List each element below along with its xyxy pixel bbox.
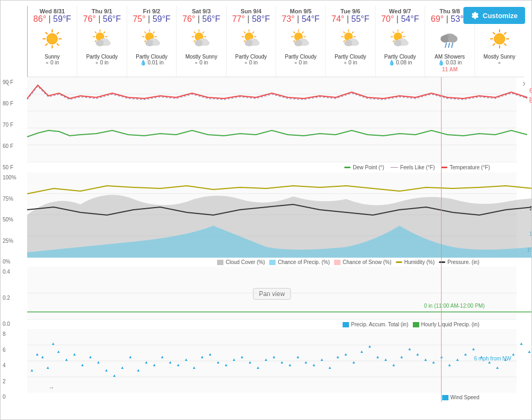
- svg-text:▲: ▲: [160, 355, 164, 359]
- svg-text:▲: ▲: [423, 357, 428, 362]
- forecast-day-1[interactable]: Thu 9/1 76° | 56°F Partly Cloudy ● 0 in: [77, 6, 126, 77]
- customize-button[interactable]: Customize: [463, 7, 525, 24]
- svg-text:▲: ▲: [312, 363, 316, 367]
- svg-text:▲: ▲: [256, 365, 260, 370]
- customize-label: Customize: [483, 12, 518, 20]
- svg-line-77: [352, 32, 353, 33]
- forecast-header: Wed 8/31 86° | 59°F Sunny ● 0 in Thu 9/1…: [27, 1, 524, 77]
- svg-text:▲: ▲: [40, 355, 45, 359]
- svg-line-41: [203, 32, 204, 33]
- svg-line-37: [194, 40, 195, 42]
- svg-text:▲: ▲: [72, 352, 77, 357]
- svg-line-4: [46, 44, 47, 45]
- svg-text:▲: ▲: [447, 363, 452, 367]
- forecast-day-7[interactable]: Wed 9/7 70° | 54°F Partly Cloudy 💧 0.08 …: [375, 6, 425, 77]
- svg-text:▲: ▲: [288, 363, 292, 367]
- svg-line-98: [452, 43, 453, 47]
- weather-chart-svg: [27, 172, 517, 257]
- svg-text:▲: ▲: [46, 365, 50, 370]
- svg-text:▲: ▲: [431, 360, 436, 365]
- svg-point-68: [302, 40, 309, 46]
- svg-point-44: [202, 40, 210, 46]
- svg-text:▲: ▲: [248, 360, 252, 365]
- svg-point-67: [294, 40, 303, 46]
- svg-point-99: [494, 34, 505, 44]
- forecast-day-4[interactable]: Sun 9/4 77° | 58°F Partly Cloudy ● 0 in: [226, 6, 276, 77]
- forecast-day-5[interactable]: Mon 9/5 73° | 54°F Partly Cloudy ● 0 in: [276, 6, 325, 77]
- svg-point-43: [195, 40, 203, 46]
- svg-text:▲: ▲: [455, 357, 460, 362]
- svg-point-95: [448, 35, 458, 43]
- precip-chart-svg: [27, 267, 517, 319]
- svg-text:▲: ▲: [376, 355, 380, 359]
- svg-text:▲: ▲: [463, 352, 468, 357]
- svg-point-31: [145, 40, 154, 46]
- svg-text:▲: ▲: [128, 355, 132, 359]
- svg-text:▲: ▲: [56, 349, 61, 354]
- svg-point-79: [344, 40, 353, 46]
- svg-line-97: [448, 43, 450, 47]
- svg-line-13: [95, 40, 96, 42]
- svg-text:▲: ▲: [216, 360, 220, 365]
- next-arrow[interactable]: ›: [519, 75, 529, 91]
- wind-chart-svg: ▲ ▲ ▲ ▲ ▲ ▲ ▲ ▲ ▲ ▲ ▲ ▲ ▲ ▲ ▲ ▲ ▲: [27, 329, 517, 393]
- svg-point-91: [394, 40, 402, 46]
- svg-text:▲: ▲: [80, 363, 85, 367]
- forecast-day-0[interactable]: Wed 8/31 86° | 59°F Sunny ● 0 in: [27, 6, 77, 77]
- svg-text:▲: ▲: [136, 368, 140, 373]
- precip-legend: Precip. Accum. Total (in) Hourly Liquid …: [27, 320, 479, 329]
- svg-line-87: [393, 32, 394, 33]
- svg-text:▲: ▲: [272, 355, 276, 359]
- svg-text:▲: ▲: [471, 347, 476, 351]
- svg-line-73: [343, 40, 344, 42]
- weather-legend: Cloud Cover (%) Chance of Precip. (%) Ch…: [27, 258, 479, 267]
- svg-text:▲: ▲: [368, 344, 372, 349]
- svg-text:▲: ▲: [439, 355, 444, 359]
- svg-text:▲: ▲: [304, 360, 308, 365]
- svg-text:▲: ▲: [415, 352, 420, 357]
- svg-line-65: [302, 32, 303, 33]
- temp-chart: 63 °F 63 °F 51 °: [27, 77, 517, 162]
- svg-text:▲: ▲: [527, 349, 531, 354]
- svg-line-8: [57, 32, 59, 34]
- svg-text:▲: ▲: [144, 360, 148, 365]
- forecast-day-6[interactable]: Tue 9/6 74° | 55°F Partly Cloudy ● 0 in: [325, 6, 375, 77]
- svg-point-56: [252, 40, 260, 46]
- svg-line-29: [153, 32, 154, 33]
- svg-line-85: [393, 40, 394, 42]
- svg-line-107: [504, 32, 506, 34]
- temp-y-labels: 90 F80 F70 F60 F50 F: [3, 77, 13, 172]
- svg-point-20: [103, 40, 111, 46]
- svg-line-101: [504, 44, 506, 45]
- svg-text:▲: ▲: [104, 368, 109, 373]
- svg-text:▲: ▲: [296, 355, 300, 359]
- svg-text:▲: ▲: [112, 373, 117, 378]
- svg-text:▲: ▲: [392, 363, 396, 367]
- svg-text:▲: ▲: [96, 360, 101, 365]
- svg-text:▲: ▲: [408, 347, 412, 351]
- svg-line-63: [294, 32, 295, 33]
- svg-line-15: [95, 32, 96, 33]
- wind-chart: ▲ ▲ ▲ ▲ ▲ ▲ ▲ ▲ ▲ ▲ ▲ ▲ ▲ ▲ ▲ ▲ ▲: [27, 329, 517, 393]
- svg-text:▲: ▲: [336, 355, 340, 359]
- svg-line-105: [493, 32, 495, 34]
- prev-arrow[interactable]: ‹: [3, 75, 13, 91]
- svg-text:▲: ▲: [224, 363, 228, 367]
- temp-legend: Dew Point (°) Feels Like (°F) Temperatur…: [27, 162, 490, 172]
- svg-line-103: [493, 44, 495, 45]
- svg-text:▲: ▲: [344, 352, 348, 357]
- svg-line-17: [104, 32, 105, 33]
- svg-text:▲: ▲: [352, 360, 356, 365]
- svg-text:▲: ▲: [384, 357, 388, 362]
- forecast-day-2[interactable]: Fri 9/2 75° | 59°F Partly Cloudy 💧 0.01 …: [127, 6, 176, 77]
- svg-text:▲: ▲: [320, 357, 324, 362]
- temp-chart-svg: [27, 77, 517, 162]
- svg-line-49: [244, 40, 245, 42]
- svg-text:▲: ▲: [360, 349, 364, 354]
- svg-text:▲: ▲: [184, 357, 188, 362]
- svg-text:▲: ▲: [400, 355, 404, 359]
- svg-point-80: [352, 40, 359, 46]
- svg-line-27: [145, 32, 146, 33]
- wind-legend: Wind Speed: [27, 393, 479, 402]
- forecast-day-3[interactable]: Sat 9/3 76° | 56°F Mostly Sunny ● 0 in: [176, 6, 226, 77]
